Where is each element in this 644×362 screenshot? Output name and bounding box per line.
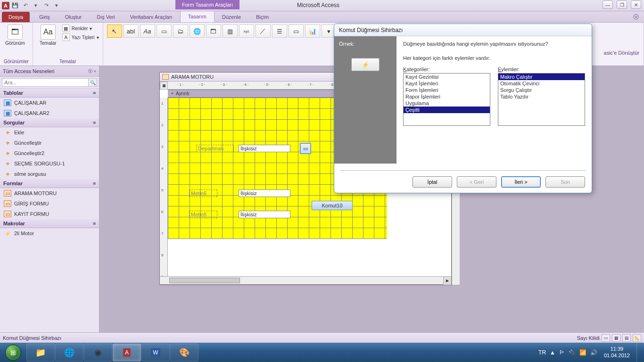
- control-rect-icon[interactable]: ▭: [289, 25, 304, 38]
- tray-clock[interactable]: 11:39 01.04.2012: [601, 346, 633, 358]
- tab-design[interactable]: Tasarım: [180, 11, 215, 22]
- control-select-icon[interactable]: ↖: [107, 25, 122, 38]
- scroll-thumb[interactable]: [169, 278, 240, 283]
- control-nav-icon[interactable]: 🗔: [206, 25, 221, 38]
- tab-format[interactable]: Biçim: [248, 12, 276, 22]
- nav-item[interactable]: ❖SEÇME SORGUSU-1: [0, 158, 99, 169]
- tray-network-icon[interactable]: 📶: [579, 349, 586, 356]
- view-layout-icon[interactable]: ▤: [622, 334, 631, 342]
- tray-lang[interactable]: TR: [538, 349, 546, 356]
- task-explorer[interactable]: 📁: [26, 344, 55, 362]
- label-metin8[interactable]: Metin8: [189, 211, 217, 218]
- category-item[interactable]: Kayıt İşlemleri: [404, 80, 490, 87]
- nav-category[interactable]: Sorgular≈: [0, 118, 99, 127]
- label-departman[interactable]: Departman: [196, 145, 234, 152]
- qat-customize-icon[interactable]: ▾: [53, 2, 60, 9]
- ruler-corner[interactable]: [160, 82, 168, 90]
- search-input[interactable]: [2, 78, 89, 87]
- start-button[interactable]: ⊞: [0, 343, 26, 362]
- control-textbox-icon[interactable]: abl: [124, 25, 139, 38]
- ribbon-help-icon[interactable]: ⓥ: [628, 12, 644, 22]
- ruler-vertical[interactable]: 123456789: [160, 98, 168, 276]
- minimize-button[interactable]: —: [603, 0, 613, 9]
- action-item[interactable]: Otomatik Çevirici: [498, 80, 585, 87]
- next-button[interactable]: İleri >: [501, 176, 541, 188]
- category-item[interactable]: Uygulama: [404, 100, 490, 107]
- control-button-icon[interactable]: ▭: [157, 25, 172, 38]
- colors-button[interactable]: ▦Renkler ▾: [62, 25, 99, 32]
- nav-category[interactable]: Makrolar≈: [0, 219, 99, 228]
- nav-category[interactable]: Tablolar≈: [0, 89, 99, 98]
- file-tab[interactable]: Dosya: [2, 12, 30, 22]
- nav-item[interactable]: ▭ARAMA MOTORU: [0, 188, 99, 198]
- nav-item[interactable]: ❖Güncelleştir: [0, 138, 99, 148]
- control-combo-icon[interactable]: xyz: [239, 25, 254, 38]
- scroll-right-icon[interactable]: ▶: [443, 277, 451, 285]
- show-desktop-button[interactable]: [636, 343, 642, 362]
- tab-external[interactable]: Dış Veri: [89, 12, 123, 22]
- close-button[interactable]: ✕: [631, 0, 641, 9]
- category-item[interactable]: Rapor İşlemleri: [404, 93, 490, 100]
- task-access[interactable]: A: [113, 344, 141, 362]
- tab-arrange[interactable]: Düzenle: [215, 12, 248, 22]
- nav-item[interactable]: ▭GİRİŞ FORMU: [0, 198, 99, 209]
- control-link-icon[interactable]: 🌐: [190, 25, 205, 38]
- action-item[interactable]: Makro Çalıştır: [498, 74, 585, 80]
- control-label-icon[interactable]: Aa: [140, 25, 155, 38]
- tab-create[interactable]: Oluştur: [58, 12, 89, 22]
- nav-expand-icon[interactable]: ⓥ «: [88, 68, 96, 74]
- actions-listbox[interactable]: Makro ÇalıştırOtomatik ÇeviriciSorgu Çal…: [498, 73, 585, 126]
- category-item[interactable]: Kayıt Gezintisi: [404, 74, 490, 80]
- nav-item[interactable]: ▦ÇALIŞANLAR: [0, 98, 99, 108]
- nav-item[interactable]: ❖silme sorgusu: [0, 169, 99, 179]
- themes-button[interactable]: Aa Temalar: [37, 25, 59, 46]
- view-button[interactable]: 🗔 Görünüm: [4, 25, 26, 46]
- action-item[interactable]: Sorgu Çalıştır: [498, 87, 585, 93]
- task-word[interactable]: W: [141, 344, 170, 362]
- textbox-2[interactable]: İlişkisiz: [239, 189, 290, 197]
- view-design-icon[interactable]: 📐: [633, 334, 641, 342]
- label-metin6[interactable]: Metin6: [189, 189, 217, 197]
- cancel-button[interactable]: İptal: [413, 176, 452, 188]
- view-datasheet-icon[interactable]: ▦: [612, 334, 620, 342]
- control-chart-icon[interactable]: 📊: [305, 25, 320, 38]
- redo-icon[interactable]: ↷: [42, 2, 50, 9]
- task-ie[interactable]: 🌐: [55, 344, 83, 362]
- nav-item[interactable]: ▭KAYIT FORMU: [0, 209, 99, 219]
- back-button[interactable]: < Geri: [457, 176, 496, 188]
- tray-up-icon[interactable]: ▲: [550, 349, 555, 356]
- nav-item[interactable]: ❖Güncelleştir2: [0, 148, 99, 158]
- task-paint[interactable]: 🎨: [170, 344, 198, 362]
- textbox-1[interactable]: İlişkisiz: [239, 145, 290, 152]
- save-icon[interactable]: 💾: [11, 2, 19, 9]
- action-item[interactable]: Tablo Yazdır: [498, 93, 585, 100]
- fonts-button[interactable]: AYazı Tipleri ▾: [62, 33, 99, 41]
- wizard-titlebar[interactable]: Komut Düğmesi Sihirbazı: [334, 24, 592, 36]
- tab-dbtools[interactable]: Veritabanı Araçları: [123, 12, 180, 22]
- tray-volume-icon[interactable]: 🔊: [590, 349, 597, 356]
- control-line-icon[interactable]: ／: [256, 25, 271, 38]
- form-button-small[interactable]: ▭: [300, 143, 311, 154]
- undo-icon[interactable]: ↶: [22, 2, 29, 9]
- control-option-icon[interactable]: ▥: [223, 25, 238, 38]
- nav-item[interactable]: ▦ÇALIŞANLAR2: [0, 108, 99, 118]
- finish-button[interactable]: Son: [545, 176, 585, 188]
- nav-header[interactable]: Tüm Access Nesneleri ⓥ «: [0, 66, 99, 77]
- restore-button[interactable]: ❐: [617, 0, 627, 9]
- qat-more-icon[interactable]: ▾: [32, 2, 40, 9]
- nav-item[interactable]: ⚡2li Motor: [0, 228, 99, 239]
- scrollbar-horizontal[interactable]: ▶: [160, 276, 451, 284]
- textbox-3[interactable]: İlişkisiz: [239, 211, 290, 218]
- command-button-komut10[interactable]: Komut10: [312, 201, 353, 210]
- nav-category[interactable]: Formlar≈: [0, 179, 99, 188]
- tray-flag-icon[interactable]: 🏳: [559, 349, 565, 356]
- search-icon[interactable]: 🔍: [89, 78, 97, 87]
- nav-item[interactable]: ❖Ekle: [0, 127, 99, 138]
- category-item[interactable]: Çeşitli: [404, 107, 490, 113]
- view-form-icon[interactable]: ▭: [602, 334, 610, 342]
- tray-power-icon[interactable]: 🔌: [569, 349, 576, 356]
- category-item[interactable]: Form İşlemleri: [404, 87, 490, 93]
- control-tab-icon[interactable]: 🗂: [173, 25, 188, 38]
- tab-home[interactable]: Giriş: [32, 12, 58, 22]
- task-chrome[interactable]: ◉: [84, 344, 112, 362]
